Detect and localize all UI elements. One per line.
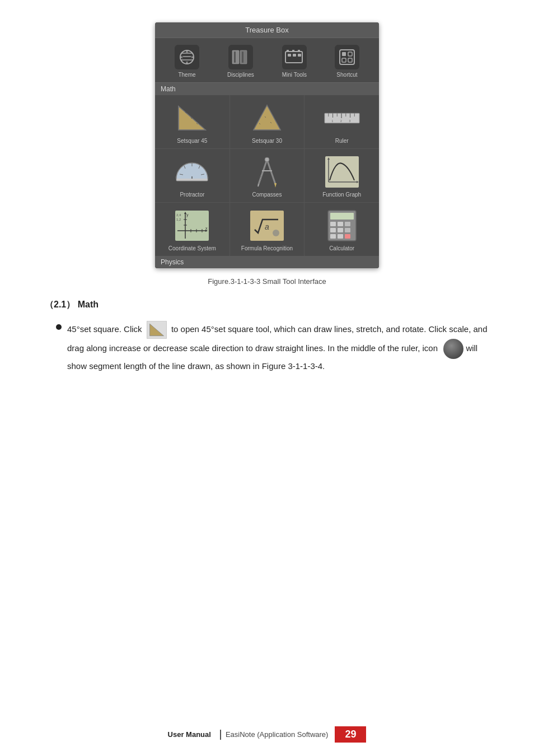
setsquare45-icon — [174, 101, 210, 135]
svg-rect-20 — [342, 52, 346, 56]
physics-section-label: Physics — [161, 258, 184, 266]
toolbar-row: Theme Disciplines — [155, 38, 379, 83]
tool-cell-coordinate[interactable]: x y 2,4 1,2 Coordinate System — [155, 203, 229, 256]
theme-icon — [179, 49, 195, 66]
protractor-name: Protractor — [180, 192, 204, 198]
coordinate-icon: x y 2,4 1,2 — [174, 209, 210, 242]
svg-rect-95 — [330, 234, 336, 239]
tool-grid-math: Setsquar 45 — [155, 95, 379, 256]
svg-rect-92 — [330, 228, 336, 232]
bullet-dot — [56, 324, 62, 330]
svg-text:2,4: 2,4 — [176, 213, 181, 217]
toolbar-item-disciplines[interactable]: Disciplines — [227, 45, 254, 78]
svg-text:1: 1 — [331, 120, 333, 123]
svg-rect-38 — [325, 113, 359, 123]
inline-setsquare45-icon — [147, 321, 167, 339]
svg-text:y: y — [186, 213, 189, 217]
shortcut-label: Shortcut — [336, 72, 357, 78]
bullet-text-prefix: 45°set square. Click — [67, 324, 142, 334]
svg-point-59 — [265, 157, 269, 162]
svg-rect-94 — [345, 228, 350, 232]
bullet-item-setsquare45: 45°set square. Click to open 45°set squa… — [56, 321, 489, 374]
tool-cell-setsquare45[interactable]: Setsquar 45 — [155, 95, 229, 148]
setsquare45-name: Setsquar 45 — [177, 138, 207, 144]
funcgraph-icon — [324, 155, 360, 189]
minitools-icon-box — [282, 45, 307, 69]
theme-icon-box — [175, 45, 199, 69]
section-title-math: （2.1） Math — [45, 299, 489, 311]
ruler-icon: 1 2 3 — [324, 101, 360, 135]
setsquare30-name: Setsquar 30 — [252, 138, 282, 144]
toolbar-item-theme[interactable]: Theme — [175, 45, 199, 78]
treasure-box-container: Treasure Box — [45, 22, 489, 268]
treasure-box-titlebar: Treasure Box — [155, 22, 379, 38]
figure-caption: Figure.3-1-1-3-3 Small Tool Interface — [45, 277, 489, 286]
disciplines-icon-box — [228, 45, 253, 69]
tool-cell-ruler[interactable]: 1 2 3 Ruler — [305, 95, 379, 148]
footer-subtitle: EasiNote (Application Software) — [226, 730, 329, 739]
bullet-text-setsquare45: 45°set square. Click to open 45°set squa… — [67, 321, 489, 374]
svg-text:a: a — [265, 222, 269, 231]
svg-rect-15 — [298, 54, 301, 57]
minitools-icon — [284, 48, 305, 66]
circle-icon — [443, 339, 463, 359]
protractor-icon — [174, 155, 210, 189]
svg-rect-10 — [234, 52, 236, 63]
compasses-name: Compasses — [252, 192, 282, 198]
svg-rect-96 — [338, 234, 343, 239]
ruler-name: Ruler — [335, 138, 349, 144]
svg-text:3: 3 — [349, 120, 350, 123]
svg-line-58 — [267, 160, 275, 184]
svg-text:2: 2 — [340, 120, 342, 123]
svg-text:1,2: 1,2 — [176, 218, 181, 221]
funcgraph-name: Function Graph — [322, 192, 361, 198]
svg-line-62 — [258, 184, 259, 186]
tool-cell-formula[interactable]: a Formula Recognition — [230, 203, 305, 256]
page-footer: User Manual EasiNote (Application Softwa… — [0, 726, 534, 743]
math-section-label: Math — [161, 85, 176, 93]
disciplines-icon — [231, 48, 250, 66]
svg-rect-97 — [345, 234, 350, 239]
tool-cell-protractor[interactable]: Protractor — [155, 149, 229, 202]
svg-marker-61 — [274, 183, 277, 188]
compasses-icon — [249, 155, 285, 189]
coordinate-name: Coordinate System — [168, 245, 216, 251]
disciplines-label: Disciplines — [227, 72, 254, 78]
svg-rect-65 — [325, 156, 359, 188]
tool-cell-compasses[interactable]: Compasses — [230, 149, 305, 202]
shortcut-icon-box — [335, 45, 359, 69]
treasure-box: Treasure Box — [155, 22, 379, 268]
formula-icon: a — [249, 209, 285, 242]
svg-rect-88 — [330, 213, 354, 220]
section-title-text: （2.1） Math — [45, 299, 99, 311]
svg-rect-13 — [288, 54, 291, 57]
svg-rect-90 — [338, 222, 343, 226]
svg-rect-21 — [348, 52, 352, 56]
svg-rect-22 — [342, 58, 346, 62]
tool-cell-setsquare30[interactable]: Setsquar 30 — [230, 95, 305, 148]
toolbar-item-shortcut[interactable]: Shortcut — [335, 45, 359, 78]
svg-rect-93 — [338, 228, 343, 232]
svg-text:x: x — [205, 226, 208, 230]
minitools-label: Mini Tools — [282, 72, 307, 78]
toolbar-item-minitools[interactable]: Mini Tools — [282, 45, 307, 78]
footer-page-number: 29 — [335, 726, 366, 743]
footer-label: User Manual — [168, 730, 216, 739]
physics-section-header: Physics — [155, 256, 379, 268]
footer-label-text: User Manual — [168, 730, 211, 739]
tool-cell-funcgraph[interactable]: Function Graph — [305, 149, 379, 202]
formula-name: Formula Recognition — [241, 245, 293, 251]
svg-point-86 — [273, 230, 279, 236]
svg-point-0 — [180, 50, 194, 64]
treasure-box-title: Treasure Box — [245, 26, 289, 34]
bullet-section: 45°set square. Click to open 45°set squa… — [56, 321, 489, 374]
svg-rect-11 — [242, 52, 243, 63]
tool-cell-calculator[interactable]: Calculator — [305, 203, 379, 256]
svg-rect-23 — [348, 58, 352, 62]
footer-divider — [220, 730, 221, 740]
setsquare30-icon — [249, 101, 285, 135]
math-section-header: Math — [155, 83, 379, 95]
calculator-icon — [324, 209, 360, 242]
calculator-name: Calculator — [329, 245, 354, 251]
svg-rect-12 — [285, 52, 302, 63]
